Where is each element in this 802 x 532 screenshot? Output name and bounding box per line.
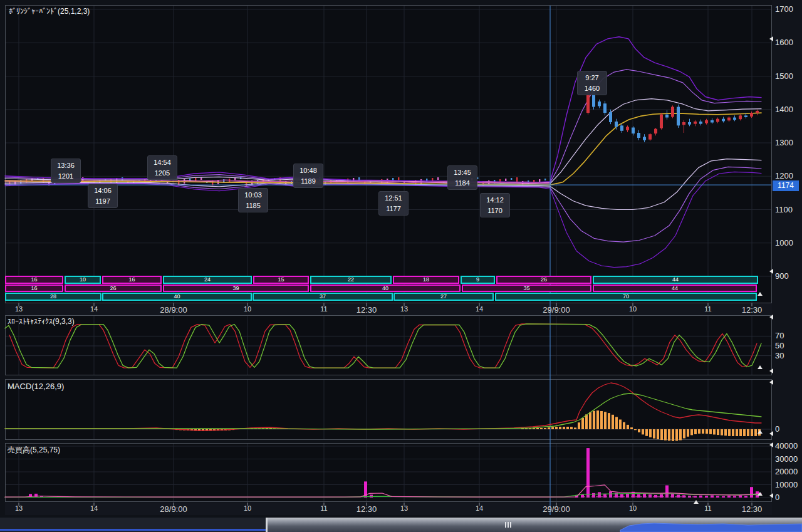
price-time-annotation: 13:451184 bbox=[447, 165, 477, 190]
panel-scale-arrow-icon[interactable] bbox=[769, 315, 773, 320]
price-time-annotation: 12:511177 bbox=[378, 191, 409, 216]
price-time-annotation: 10:481189 bbox=[293, 164, 323, 188]
bar-count-cell: 16 bbox=[102, 276, 162, 284]
volume-axis-label: 0 bbox=[775, 493, 779, 502]
latest-bar-marker-icon bbox=[694, 500, 699, 504]
panel-scale-arrow-icon[interactable] bbox=[769, 368, 773, 373]
bar-count-cell: 9 bbox=[461, 276, 495, 284]
x-axis-label: 28/9:00 bbox=[152, 305, 195, 315]
bar-count-cell: 26 bbox=[496, 276, 591, 284]
price-time-annotation: 9:271460 bbox=[577, 71, 607, 95]
panel-scale-arrow-icon[interactable] bbox=[769, 269, 773, 274]
x-axis-label: 14 bbox=[73, 305, 115, 313]
x-axis-label: 14 bbox=[73, 504, 115, 512]
volume-panel[interactable] bbox=[5, 443, 772, 502]
panel-scale-arrow-icon[interactable] bbox=[769, 442, 773, 447]
panel-scale-arrow-icon[interactable] bbox=[769, 431, 773, 436]
price-time-annotation: 14:121170 bbox=[480, 193, 510, 217]
x-axis-label: 12:30 bbox=[731, 305, 773, 315]
bar-count-cell: 44 bbox=[593, 284, 757, 292]
trading-chart-app: ﾎﾞﾘﾝｼﾞｬｰﾊﾞﾝﾄﾞ(25,1,2,3) ｽﾛｰｽﾄｷｬｽﾃｨｸｽ(9,3… bbox=[0, 0, 802, 532]
macd-axis-label: 0 bbox=[775, 424, 779, 434]
volume-axis-label: 40000 bbox=[775, 441, 798, 451]
latest-bar-marker-icon bbox=[758, 430, 763, 434]
latest-bar-marker-icon bbox=[758, 365, 763, 369]
price-axis-label: 1200 bbox=[775, 171, 793, 180]
volume-axis-label: 30000 bbox=[775, 454, 798, 464]
stochastics-panel[interactable] bbox=[5, 315, 772, 375]
x-axis-label: 13 bbox=[0, 504, 40, 512]
x-axis-label: 13 bbox=[383, 504, 425, 512]
bar-count-cell: 16 bbox=[5, 284, 63, 292]
x-axis-label: 10 bbox=[612, 504, 654, 512]
volume-axis-label: 20000 bbox=[775, 467, 798, 476]
price-overview-wave bbox=[266, 518, 802, 532]
bar-count-cell: 44 bbox=[593, 276, 758, 284]
bar-count-cell: 40 bbox=[102, 293, 252, 301]
price-axis-label: 1300 bbox=[775, 138, 793, 147]
chart-scrollbar[interactable] bbox=[0, 518, 802, 532]
price-axis-label: 1500 bbox=[775, 71, 793, 81]
bar-count-cell: 22 bbox=[310, 276, 392, 284]
bar-count-cell: 35 bbox=[462, 284, 591, 292]
latest-bar-marker-icon bbox=[758, 492, 763, 496]
price-axis-label: 1100 bbox=[775, 205, 793, 214]
bar-count-cell: 15 bbox=[253, 276, 309, 284]
price-axis-label: 900 bbox=[775, 271, 789, 281]
volume-axis-label: 10000 bbox=[775, 480, 798, 489]
panel-scale-arrow-icon[interactable] bbox=[769, 493, 773, 498]
bar-count-cell: 24 bbox=[163, 276, 252, 284]
x-axis-label: 29/9:00 bbox=[535, 305, 578, 315]
volume-panel-title: 売買高(5,25,75) bbox=[8, 445, 60, 456]
bar-count-cell: 16 bbox=[5, 276, 63, 284]
macd-panel-title: MACD(12,26,9) bbox=[8, 382, 64, 391]
x-axis-label: 29/9:00 bbox=[535, 504, 578, 514]
crosshair-price-label: 1174 bbox=[773, 180, 799, 191]
stoch-axis-label: 50 bbox=[775, 341, 784, 350]
x-axis-label: 11 bbox=[303, 305, 345, 313]
price-time-annotation: 14:541205 bbox=[147, 155, 177, 180]
price-time-annotation: 10:031185 bbox=[238, 188, 268, 212]
x-axis-label: 12:30 bbox=[345, 504, 388, 514]
x-axis-label: 13 bbox=[383, 305, 425, 313]
bar-count-cell: 10 bbox=[65, 276, 101, 284]
x-axis-label: 13 bbox=[0, 305, 40, 313]
x-axis-label: 12:30 bbox=[731, 504, 773, 514]
x-axis-label: 28/9:00 bbox=[152, 504, 195, 514]
price-panel-title: ﾎﾞﾘﾝｼﾞｬｰﾊﾞﾝﾄﾞ(25,1,2,3) bbox=[9, 7, 90, 16]
latest-bar-marker-icon bbox=[758, 292, 763, 296]
scrollbar-thumb[interactable] bbox=[266, 518, 802, 532]
x-axis-label: 11 bbox=[303, 504, 345, 512]
price-axis-label: 1700 bbox=[775, 4, 793, 14]
macd-panel[interactable] bbox=[5, 379, 772, 440]
bar-count-cell: 18 bbox=[393, 276, 459, 284]
bar-count-cell: 40 bbox=[310, 284, 461, 292]
bar-count-cell: 27 bbox=[393, 293, 494, 301]
bar-count-cell: 70 bbox=[495, 293, 757, 301]
bar-count-cell: 39 bbox=[163, 284, 309, 292]
x-axis-label: 10 bbox=[226, 504, 269, 512]
x-axis-label: 14 bbox=[458, 305, 501, 313]
stochastics-panel-title: ｽﾛｰｽﾄｷｬｽﾃｨｸｽ(9,3,3) bbox=[8, 317, 75, 326]
bar-count-cell: 26 bbox=[65, 284, 162, 292]
panel-scale-arrow-icon[interactable] bbox=[769, 380, 773, 385]
x-axis-label: 12:30 bbox=[345, 305, 388, 315]
price-axis-label: 1000 bbox=[775, 238, 793, 248]
price-time-annotation: 13:361201 bbox=[51, 159, 81, 183]
price-time-annotation: 14:061197 bbox=[88, 184, 118, 208]
price-axis-label: 1600 bbox=[775, 38, 793, 47]
bar-count-cell: 37 bbox=[253, 293, 393, 301]
x-axis-label: 11 bbox=[687, 305, 729, 313]
x-axis-label: 11 bbox=[687, 504, 729, 512]
x-axis-label: 14 bbox=[458, 504, 501, 512]
price-axis-label: 1400 bbox=[775, 105, 793, 114]
panel-scale-arrow-icon[interactable] bbox=[769, 36, 773, 41]
x-axis-label: 10 bbox=[612, 305, 654, 313]
scrollbar-grip-icon[interactable] bbox=[505, 522, 514, 528]
price-panel[interactable] bbox=[5, 5, 772, 303]
stoch-axis-label: 70 bbox=[775, 331, 784, 340]
bar-count-cell: 28 bbox=[5, 293, 102, 301]
stoch-axis-label: 30 bbox=[775, 351, 784, 360]
x-axis-label: 10 bbox=[226, 305, 269, 313]
